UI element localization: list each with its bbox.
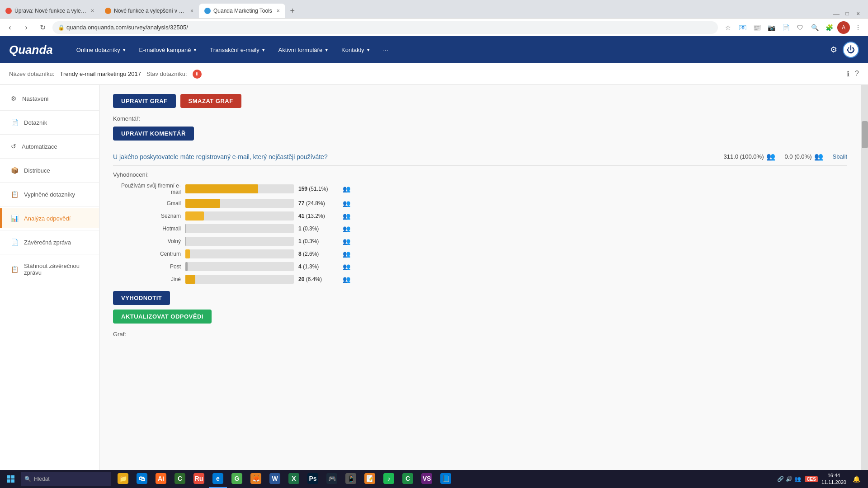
extension-5[interactable]: 🛡 [794,21,807,34]
excel-icon: X [288,473,299,484]
taskbar-time: 16:44 11.11.2020 [821,472,846,486]
graph-buttons-row: UPRAVIT GRAF SMAZAT GRAF [113,94,847,108]
bar-action-icon-5[interactable]: 👥 [343,250,350,258]
taskbar-cmd[interactable]: C [399,470,417,488]
taskbar-excel[interactable]: X [285,470,303,488]
taskbar-chrome[interactable]: G [228,470,246,488]
browser-actions: ☆ 📧 📰 📷 📄 🛡 🔍 🧩 A ⋮ [722,21,864,34]
tab-3-icon [204,8,211,14]
bar-row-3: Hotmail1 (0.3%)👥 [113,224,847,233]
nav-emailove-kampane[interactable]: E-mailové kampaně ▼ [134,44,203,56]
taskbar-edge[interactable]: e [209,470,227,488]
sidebar-item-dotaznik[interactable]: 📄 Dotazník [0,113,99,132]
taskbar-firefox[interactable]: 🦊 [247,470,265,488]
taskbar-spotify[interactable]: ♪ [380,470,398,488]
sidebar-item-stahnout[interactable]: 📋 Stáhnout závěrečnou zprávu [0,256,99,282]
scrollbar-thumb[interactable] [862,121,868,148]
sidebar-item-automatizace[interactable]: ↺ Automatizace [0,136,99,156]
bar-action-icon-4[interactable]: 👥 [343,238,350,245]
taskbar-ru[interactable]: Ru [190,470,208,488]
bar-action-icon-7[interactable]: 👥 [343,276,350,283]
new-tab-button[interactable]: + [285,4,300,18]
nazev-value: Trendy e-mail marketingu 2017 [60,70,141,77]
user-avatar[interactable]: A [837,21,850,34]
sidebar-item-zaverecna[interactable]: 📄 Závěrečná zpráva [0,232,99,252]
tray-people[interactable]: 👥 [794,476,801,482]
scrollbar[interactable] [861,85,868,470]
extension-3[interactable]: 📷 [765,21,778,34]
bar-action-icon-6[interactable]: 👥 [343,263,350,270]
tab-3[interactable]: Quanda Marketing Tools × [199,4,285,18]
extension-2[interactable]: 📰 [750,21,763,34]
info-icon[interactable]: ℹ [847,70,849,78]
upravit-graf-button[interactable]: UPRAVIT GRAF [113,94,176,108]
tray-sound[interactable]: 🔊 [786,476,793,482]
question-text[interactable]: U jakého poskytovatele máte registrovaný… [113,153,715,160]
upravit-komentar-button[interactable]: UPRAVIT KOMENTÁŘ [113,127,194,141]
minimize-btn[interactable]: — [832,9,841,18]
taskbar-app12[interactable]: 📱 [342,470,360,488]
start-button[interactable] [2,470,20,488]
bar-action-icon-0[interactable]: 👥 [343,185,350,192]
notification-button[interactable]: 🔔 [850,473,863,485]
tab-1-close[interactable]: × [91,8,94,14]
graf-label: Graf: [113,331,847,338]
sidebar-item-analyza[interactable]: 📊 Analýza odpovědí [0,208,99,228]
sidebar-item-nastaveni[interactable]: ⚙ Nastavení [0,89,99,108]
taskbar-illustrator[interactable]: Ai [152,470,170,488]
taskbar-corel[interactable]: C [171,470,189,488]
bookmark-star[interactable]: ☆ [722,21,734,34]
tab-2[interactable]: Nové funkce a vylepšení v Dotaz... × [99,4,199,18]
vyhodnotit-button[interactable]: VYHODNOTIT [113,291,170,305]
help-icon[interactable]: ? [855,70,859,78]
bar-action-icon-2[interactable]: 👥 [343,212,350,220]
nav-arrow-5: ▼ [366,47,371,52]
forward-button[interactable]: › [20,21,33,34]
sidebar-item-vyplnene[interactable]: 📋 Vyplněné dotazníky [0,184,99,204]
nav-formulare[interactable]: Aktivní formuláře ▼ [273,44,334,56]
nav-kontakty[interactable]: Kontakty ▼ [336,44,376,56]
back-button[interactable]: ‹ [4,21,16,34]
taskbar-search[interactable]: 🔍 Hledat [21,472,111,486]
tab-2-close[interactable]: × [190,8,193,14]
sidebar-label-dotaznik: Dotazník [24,119,47,126]
taskbar-word[interactable]: W [266,470,284,488]
taskbar-notes[interactable]: 📝 [361,470,379,488]
sidebar-item-distribuce[interactable]: 📦 Distribuce [0,160,99,180]
maximize-btn[interactable]: □ [843,9,852,18]
taskbar-vscode[interactable]: 📘 [437,470,455,488]
taskbar-explorer[interactable]: 📁 [114,470,132,488]
bar-value-3: 1 (0.3%) [298,225,339,232]
refresh-button[interactable]: ↻ [36,21,49,34]
tray-network[interactable]: 🔗 [777,476,784,482]
bar-action-icon-3[interactable]: 👥 [343,225,350,232]
taskbar-vs[interactable]: VS [418,470,436,488]
collapse-link[interactable]: Sbalit [832,153,847,160]
settings-icon: ⚙ [11,95,17,102]
aktualizovat-button[interactable]: AKTUALIZOVAT ODPOVĚDI [113,310,212,324]
nav-online-dotazniky[interactable]: Online dotazníky ▼ [71,44,132,56]
taskbar-store[interactable]: 🛍 [133,470,151,488]
taskbar-photoshop[interactable]: Ps [304,470,322,488]
close-btn[interactable]: × [854,9,863,18]
address-bar[interactable]: 🔒 quanda.onquanda.com/survey/analysis/32… [52,21,718,34]
menu-btn[interactable]: ⋮ [852,21,864,34]
nav-more[interactable]: ··· [378,44,394,56]
nav-transakce[interactable]: Transakční e-maily ▼ [204,44,271,56]
extension-4[interactable]: 📄 [779,21,792,34]
bar-action-icon-1[interactable]: 👥 [343,200,350,207]
subtitle-bar: Název dotazníku: Trendy e-mail marketing… [0,63,868,85]
power-button[interactable]: ⏻ [843,42,859,58]
extension-1[interactable]: 📧 [736,21,749,34]
taskbar-steam[interactable]: 🎮 [323,470,341,488]
bar-row-2: Seznam41 (13.2%)👥 [113,211,847,221]
bar-value-2: 41 (13.2%) [298,213,339,219]
tab-3-close[interactable]: × [277,8,280,14]
extension-7[interactable]: 🧩 [823,21,835,34]
ru-icon: Ru [193,473,204,484]
extension-6[interactable]: 🔍 [808,21,821,34]
settings-gear-icon[interactable]: ⚙ [830,45,837,55]
smazat-graf-button[interactable]: SMAZAT GRAF [180,94,241,108]
tab-1[interactable]: Úprava: Nové funkce a vylepšení × [0,4,99,18]
steam-icon: 🎮 [326,473,337,484]
